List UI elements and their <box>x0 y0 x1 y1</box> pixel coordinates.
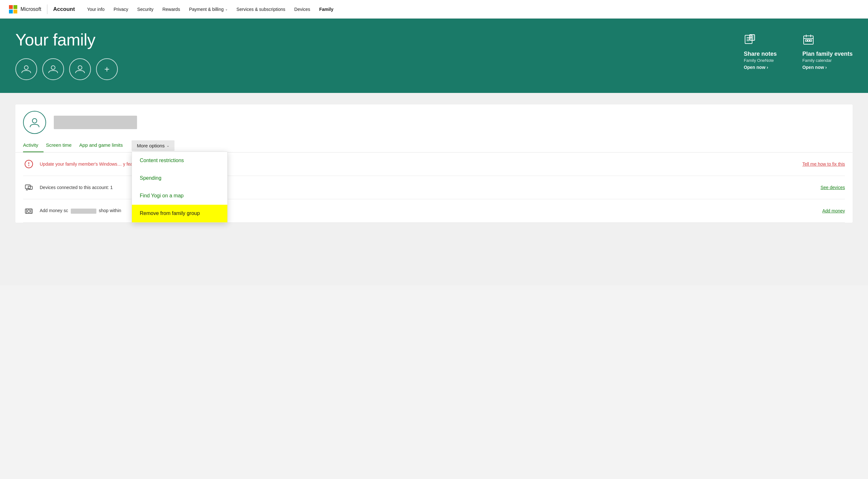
navigation-bar: Microsoft Account Your info Privacy Secu… <box>0 0 868 19</box>
member-header <box>16 104 852 134</box>
svg-rect-14 <box>808 40 809 41</box>
more-options-button[interactable]: More options ⌄ <box>132 140 175 151</box>
nav-link-rewards[interactable]: Rewards <box>158 7 184 12</box>
dropdown-item-spending[interactable]: Spending <box>132 170 227 187</box>
member-name-blurred <box>54 116 137 129</box>
svg-point-0 <box>24 66 28 69</box>
member-person-icon <box>29 116 41 128</box>
calendar-icon <box>802 33 852 48</box>
logo-cell-yellow <box>13 10 17 13</box>
nav-link-your-info[interactable]: Your info <box>83 7 109 12</box>
more-options-dropdown[interactable]: More options ⌄ Content restrictions Spen… <box>132 140 175 151</box>
tab-activity[interactable]: Activity <box>23 139 43 152</box>
add-family-member-button[interactable]: + <box>96 58 118 80</box>
dropdown-item-content-restrictions[interactable]: Content restrictions <box>132 152 227 170</box>
share-notes-title: Share notes <box>744 51 777 57</box>
nav-divider <box>47 4 48 14</box>
family-member-avatar-1[interactable] <box>16 58 37 80</box>
plan-events-title: Plan family events <box>802 51 852 57</box>
svg-point-16 <box>32 119 37 123</box>
share-notes-feature[interactable]: N Share notes Family OneNote Open now › <box>744 33 777 70</box>
hero-avatars: + <box>16 58 744 80</box>
more-options-label: More options <box>137 143 164 148</box>
svg-rect-15 <box>810 40 812 41</box>
logo-cell-green <box>13 5 17 9</box>
nav-links: Your info Privacy Security Rewards Payme… <box>83 7 859 12</box>
more-options-menu: Content restrictions Spending Find Yogi … <box>132 152 228 223</box>
family-member-avatar-2[interactable] <box>42 58 64 80</box>
microsoft-logo <box>9 5 17 13</box>
logo-cell-red <box>9 5 13 9</box>
error-circle-icon <box>23 158 35 170</box>
payment-billing-chevron: ⌄ <box>225 7 228 11</box>
svg-rect-13 <box>806 40 807 41</box>
nav-link-security[interactable]: Security <box>133 7 158 12</box>
member-avatar[interactable] <box>23 111 46 134</box>
svg-rect-20 <box>25 185 30 189</box>
svg-text:N: N <box>750 36 753 39</box>
plan-family-events-feature[interactable]: Plan family events Family calendar Open … <box>802 33 852 70</box>
logo-area: Microsoft <box>9 5 41 13</box>
dropdown-item-remove-family[interactable]: Remove from family group <box>132 205 227 222</box>
tab-screen-time[interactable]: Screen time <box>46 139 77 152</box>
see-devices-link[interactable]: See devices <box>820 185 845 190</box>
nav-link-services-subscriptions[interactable]: Services & subscriptions <box>232 7 290 12</box>
share-notes-subtitle: Family OneNote <box>744 58 777 63</box>
blurred-name <box>71 209 96 214</box>
person-icon-2 <box>48 63 59 75</box>
logo-cell-blue <box>9 10 13 13</box>
tell-me-fix-link[interactable]: Tell me how to fix this <box>802 161 845 167</box>
member-section: Activity Screen time App and game limits… <box>16 104 852 223</box>
nav-link-devices[interactable]: Devices <box>290 7 315 12</box>
nav-link-payment-billing[interactable]: Payment & billing ⌄ <box>184 7 232 12</box>
page-title: Your family <box>16 30 744 49</box>
hero-features: N Share notes Family OneNote Open now › <box>744 30 852 70</box>
svg-point-19 <box>29 165 29 166</box>
svg-point-25 <box>28 210 30 212</box>
money-icon <box>23 205 35 217</box>
device-icon <box>23 182 35 193</box>
main-content: Activity Screen time App and game limits… <box>0 93 868 285</box>
tab-app-game-limits[interactable]: App and game limits <box>80 139 128 152</box>
plan-events-link[interactable]: Open now › <box>802 65 852 70</box>
microsoft-label: Microsoft <box>21 6 41 12</box>
plan-events-subtitle: Family calendar <box>802 58 852 63</box>
share-notes-link[interactable]: Open now › <box>744 65 777 70</box>
svg-point-2 <box>78 66 82 69</box>
person-icon-1 <box>21 63 32 75</box>
svg-point-1 <box>51 66 55 69</box>
hero-left-section: Your family + <box>16 30 744 80</box>
member-tabs: Activity Screen time App and game limits… <box>16 139 852 152</box>
more-options-chevron: ⌄ <box>166 144 169 148</box>
nav-link-family[interactable]: Family <box>315 7 338 12</box>
family-member-avatar-3[interactable] <box>69 58 91 80</box>
nav-link-privacy[interactable]: Privacy <box>109 7 133 12</box>
account-label: Account <box>53 6 75 12</box>
add-money-link[interactable]: Add money <box>822 208 845 213</box>
onenote-icon: N <box>744 33 777 48</box>
dropdown-item-find-on-map[interactable]: Find Yogi on a map <box>132 187 227 205</box>
hero-banner: Your family + <box>0 19 868 93</box>
person-icon-3 <box>74 63 86 75</box>
